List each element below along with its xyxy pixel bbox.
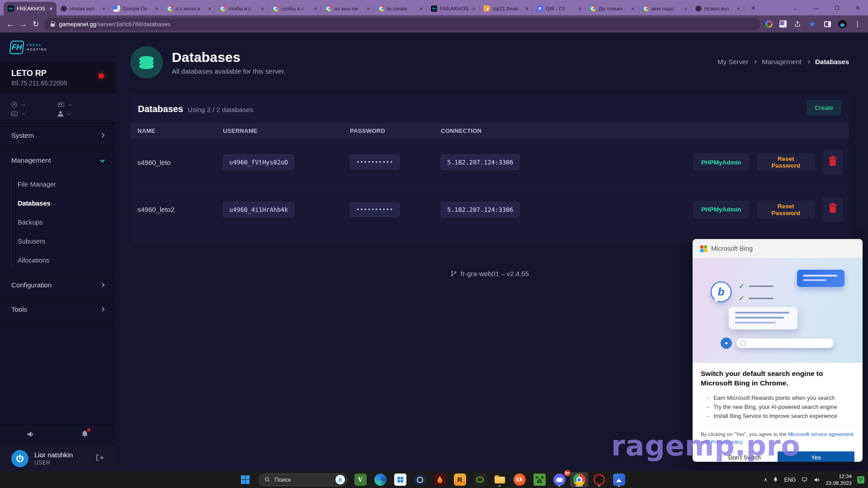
tab-close-icon[interactable]: ✕	[207, 5, 212, 12]
tab-close-icon[interactable]: ✕	[419, 5, 424, 12]
display-cast-icon[interactable]	[801, 477, 808, 483]
browser-tab[interactable]: sql21.freak ✕	[480, 2, 533, 15]
taskbar-app-edge[interactable]	[371, 472, 389, 487]
sidebar-item-databases[interactable]: Databases	[11, 194, 115, 213]
tab-search-chevron-icon[interactable]: ⌄	[785, 0, 806, 15]
sidebar-item-backups[interactable]: Backups	[11, 213, 115, 232]
address-bar[interactable]: gamepanel.gg/server/3a0c6768/databases	[44, 18, 760, 30]
breadcrumb-management[interactable]: Management	[762, 58, 802, 66]
profile-avatar[interactable]	[838, 20, 847, 28]
tray-notification-icon[interactable]	[857, 476, 864, 483]
db-password-chip[interactable]: ••••••••••	[350, 155, 400, 169]
taskbar-app-steam[interactable]	[411, 472, 429, 487]
bookmark-star-icon[interactable]: ★	[808, 20, 816, 28]
notifications-bell-icon[interactable]	[80, 430, 89, 440]
browser-tab[interactable]: мне надо ✕	[638, 2, 691, 15]
tab-close-icon[interactable]: ✕	[524, 5, 530, 12]
db-username-chip[interactable]: u4960_4i1HrAhb4k	[223, 202, 294, 217]
tab-close-icon[interactable]: ✕	[736, 5, 741, 12]
privacy-policy-link[interactable]: Privacy policy	[711, 439, 742, 445]
sidebar-item-configuration[interactable]: Configuration	[0, 273, 115, 297]
taskbar-app-nvidia[interactable]	[471, 472, 489, 487]
create-button[interactable]: Create	[807, 100, 841, 115]
browser-tab[interactable]: to create ✕	[374, 2, 427, 15]
browser-tab[interactable]: чтобы в с ✕	[215, 2, 268, 15]
sidebar-item-management[interactable]: Management	[0, 148, 115, 172]
minimize-button[interactable]: —	[806, 0, 826, 15]
forward-button[interactable]: →	[19, 20, 27, 28]
tab-close-icon[interactable]: ✕	[366, 5, 371, 12]
browser-menu-icon[interactable]: ⋮	[854, 20, 862, 28]
browser-tab[interactable]: FH FREAKHOS ✕	[427, 2, 480, 15]
delete-database-button[interactable]	[822, 150, 843, 174]
db-connection-chip[interactable]: 5.182.207.124:3306	[441, 155, 519, 170]
taskbar-app-chrome[interactable]	[570, 472, 588, 487]
yes-button[interactable]: Yes	[778, 451, 854, 462]
reset-password-button[interactable]: Reset Password	[757, 201, 815, 219]
side-panel-icon[interactable]	[823, 20, 831, 28]
restore-button[interactable]	[826, 0, 847, 15]
sidebar-item-subusers[interactable]: Subusers	[11, 232, 115, 251]
google-extension-icon[interactable]	[765, 20, 773, 28]
taskbar-app-discord[interactable]: 9+	[550, 472, 568, 487]
tab-close-icon[interactable]: ✕	[154, 5, 160, 12]
tray-overflow-chevron[interactable]: ∧	[764, 477, 767, 483]
tab-close-icon[interactable]: ✕	[683, 5, 689, 12]
db-connection-chip[interactable]: 5.182.207.124:3306	[441, 202, 519, 217]
sidebar-item-system[interactable]: System	[0, 123, 115, 148]
user-avatar[interactable]	[11, 450, 28, 467]
reload-button[interactable]: ↻	[33, 20, 39, 28]
tab-close-icon[interactable]: ✕	[48, 5, 54, 12]
taskbar-app-gta5[interactable]: V	[351, 472, 369, 487]
taskbar-app-game[interactable]	[431, 472, 449, 487]
back-button[interactable]: ←	[6, 20, 14, 28]
browser-tab[interactable]: FH FREAKHOS ✕	[4, 2, 57, 15]
browser-tab[interactable]: Новая вкл ✕	[57, 2, 109, 15]
tab-close-icon[interactable]: ✕	[313, 5, 318, 12]
dont-switch-button[interactable]: Don't Switch	[721, 451, 769, 462]
new-tab-button[interactable]: +	[747, 2, 760, 14]
announcements-icon[interactable]	[26, 430, 35, 441]
service-agreement-link[interactable]: Microsoft service agreement	[788, 432, 853, 437]
db-password-chip[interactable]: ••••••••••	[350, 202, 400, 217]
taskbar-app-minecraft[interactable]	[530, 472, 548, 487]
reset-password-button[interactable]: Reset Password	[757, 153, 815, 171]
sidebar-item-file-manager[interactable]: File Manager	[11, 175, 115, 194]
tab-close-icon[interactable]: ✕	[101, 5, 107, 12]
delete-database-button[interactable]	[822, 197, 843, 222]
taskbar-search[interactable]: Поиск b	[259, 474, 347, 486]
browser-tab[interactable]: Да только ✕	[585, 2, 638, 15]
taskbar-app-rockstar[interactable]: R	[451, 472, 469, 487]
tab-close-icon[interactable]: ✕	[260, 5, 265, 12]
language-indicator[interactable]: ENG	[784, 477, 796, 483]
browser-tab[interactable]: Новая вкл ✕	[691, 2, 744, 15]
freakhosting-logo[interactable]: FH FREAK HOSTING	[0, 33, 115, 63]
logout-icon[interactable]	[95, 453, 104, 464]
browser-tab[interactable]: но мне пи ✕	[321, 2, 374, 15]
volume-icon[interactable]	[813, 477, 820, 483]
taskbar-app-store[interactable]	[391, 472, 409, 487]
microphone-icon[interactable]	[773, 476, 778, 483]
share-icon[interactable]	[793, 20, 802, 28]
clock[interactable]: 12:34 23.08.2023	[826, 473, 852, 487]
tab-close-icon[interactable]: ✕	[630, 5, 636, 12]
phpmyadmin-button[interactable]: PHPMyAdmin	[693, 201, 750, 219]
tab-close-icon[interactable]: ✕	[472, 5, 477, 12]
browser-tab[interactable]: R GM - C# ✕	[533, 2, 585, 15]
breadcrumb-my-server[interactable]: My Server	[717, 58, 748, 66]
translate-extension-icon[interactable]	[779, 20, 787, 28]
tab-close-icon[interactable]: ✕	[577, 5, 583, 12]
browser-tab[interactable]: Google Пе ✕	[109, 2, 162, 15]
taskbar-app-photos[interactable]	[610, 472, 628, 487]
db-username-chip[interactable]: u4960_fVtHys82oD	[223, 155, 294, 170]
browser-tab[interactable]: а у меня в ✕	[162, 2, 215, 15]
browser-tab[interactable]: чтобы в с ✕	[268, 2, 321, 15]
taskbar-app-recorder[interactable]	[590, 472, 608, 487]
taskbar-app-explorer[interactable]	[491, 472, 509, 487]
close-button[interactable]: ✕	[847, 0, 868, 15]
phpmyadmin-button[interactable]: PHPMyAdmin	[693, 153, 750, 171]
sidebar-item-allocations[interactable]: Allocations	[11, 251, 115, 270]
start-button[interactable]	[236, 472, 255, 487]
taskbar-app-ea[interactable]: EA	[510, 472, 528, 487]
sidebar-item-tools[interactable]: Tools	[0, 297, 115, 322]
